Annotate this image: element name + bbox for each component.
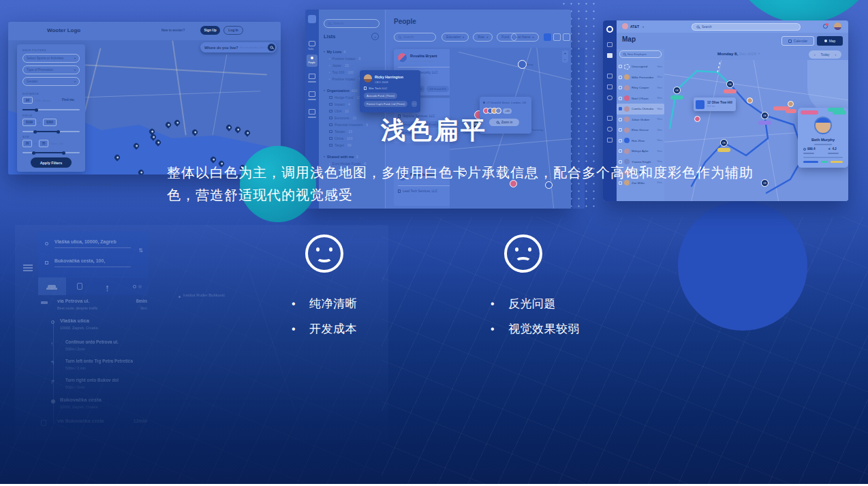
hamburger-menu-icon[interactable] (23, 264, 33, 266)
more-avatars-badge[interactable]: +33 (503, 108, 512, 114)
employee-row[interactable]: Melvyn Ayler9hrs (617, 146, 664, 157)
user-avatar[interactable] (834, 22, 841, 30)
next-day-icon[interactable]: › (835, 53, 836, 57)
tab-cycling[interactable] (121, 277, 149, 295)
tab-walking[interactable] (93, 277, 121, 295)
route-marker[interactable]: OK (726, 80, 734, 88)
employee-search-input[interactable]: New Employee (619, 50, 662, 58)
swap-route-icon[interactable]: ⇅ (138, 247, 143, 254)
checkbox[interactable] (619, 181, 622, 185)
time-badge-teal (670, 95, 683, 100)
directions-map[interactable]: Institut Ruđer Bošković (151, 225, 388, 457)
map-avatar-pin-blue[interactable] (545, 181, 553, 189)
search-button[interactable] (268, 44, 275, 51)
footer-link[interactable]: Blog (223, 182, 230, 186)
people-search-input[interactable]: Search (394, 33, 436, 42)
footer-link[interactable]: About (208, 182, 218, 186)
tab-driving[interactable] (38, 277, 66, 295)
add-list-button[interactable]: + (371, 33, 379, 40)
companies-icon[interactable] (309, 74, 315, 79)
popup-fund-tag[interactable]: Forrest Cap'n Fund, Ltd (Three) (364, 101, 407, 107)
person-role: Research Analyst (410, 59, 433, 63)
poi-dot (179, 296, 181, 298)
checkbox[interactable] (619, 160, 622, 164)
end-sub: 10000, Zagreb, Croatia (60, 405, 97, 410)
person-marker[interactable] (747, 97, 753, 104)
blue-circle-bottom (678, 201, 807, 331)
checkbox[interactable] (619, 76, 622, 79)
log-in-button[interactable]: Log In (223, 26, 243, 35)
find-me-link[interactable]: Find me. (62, 98, 75, 102)
destination-input[interactable]: Bukovačka cesta, 100, (55, 258, 105, 264)
route-marker[interactable]: OK (761, 179, 769, 187)
checkbox[interactable] (619, 97, 622, 100)
calendar-view-button[interactable]: Calendar (781, 36, 814, 46)
bell-icon[interactable] (823, 24, 828, 29)
checkbox[interactable] (619, 86, 622, 89)
route-marker[interactable]: OK (673, 87, 681, 94)
employee-row[interactable]: Millie Fernandez9hrs (617, 72, 664, 83)
filter-dropdown[interactable]: Select Sports or Activities▾ (22, 54, 80, 63)
popup-more-button[interactable]: ··· (412, 101, 417, 107)
docs-icon[interactable] (607, 85, 613, 89)
inbox-icon[interactable] (607, 74, 613, 78)
employee-row[interactable]: Noel O'Kean9hrs (617, 93, 664, 104)
avatar (624, 106, 630, 112)
fund-tag[interactable]: US Fund 471 (427, 86, 449, 92)
calendar-icon[interactable] (309, 91, 315, 97)
distance-value-box[interactable]: 96 (22, 97, 33, 104)
today-control[interactable]: ‹Today› (809, 50, 841, 59)
filter-dropdown[interactable]: Gender▾ (22, 77, 80, 86)
building-icon (398, 189, 401, 193)
wooter-map[interactable]: Where do you live? You can provide a Zip… (8, 40, 281, 174)
list-item[interactable]: ▸Japan23 (324, 62, 382, 69)
list-section-header[interactable]: ▾Shared with me3 (324, 153, 382, 160)
calendar-icon[interactable] (607, 53, 613, 58)
tab-transit[interactable] (66, 277, 94, 295)
chevron-down-icon[interactable]: ▾ (758, 52, 760, 56)
lists-search-input[interactable]: Search (324, 19, 379, 28)
apply-filters-button[interactable]: Apply Filters (31, 157, 72, 168)
filter-pill[interactable]: Role▾ (473, 33, 493, 42)
sign-up-button[interactable]: Sign Up (200, 26, 220, 35)
employee-row[interactable]: Unassigned9hrs (617, 61, 664, 72)
list-name-pill[interactable]: List Name▾ (511, 33, 539, 42)
person-popup-card[interactable]: Ricky Harrington CEO 2009 She Tech LLC A… (360, 70, 420, 112)
sad-face-icon (504, 234, 542, 273)
employee-name: Melvyn Ayler (632, 149, 655, 153)
employee-row[interactable]: Camila Chimako9hrs (617, 104, 664, 115)
prev-day-icon[interactable]: ‹ (814, 53, 816, 57)
analytics-icon[interactable] (309, 109, 315, 115)
distance-slider[interactable] (22, 109, 80, 110)
filter-dropdown[interactable]: Type of Promotion▾ (22, 65, 80, 74)
list-item[interactable]: ▸Positive Impact9 (324, 55, 382, 62)
where-search-bar[interactable]: Where do you live? You can provide a Zip… (200, 42, 277, 52)
checkbox[interactable] (619, 65, 622, 68)
org-name[interactable]: AT&T (630, 25, 639, 29)
filters-header: MAIN FILTERS (22, 48, 46, 52)
info-icon[interactable] (607, 95, 613, 100)
filter-pill[interactable]: Education▾ (441, 33, 469, 42)
progress-bar-blue (803, 161, 818, 163)
map-view-toggle[interactable] (544, 33, 551, 41)
home-icon[interactable] (607, 42, 613, 47)
list-section-header[interactable]: ▾My Lists4 (324, 48, 382, 55)
age-slider[interactable] (22, 152, 80, 153)
slide-title: 浅色扁平 (0, 115, 868, 145)
tasks-icon[interactable] (309, 41, 315, 46)
map-view-button[interactable]: Map (817, 36, 843, 46)
sidebar-item-tasks[interactable]: Tasks (308, 48, 313, 50)
sidebar-item-people[interactable]: People (307, 55, 317, 67)
global-search-input[interactable]: Search (692, 23, 801, 31)
grid-view-toggle[interactable] (553, 33, 561, 41)
checkbox[interactable] (619, 149, 622, 153)
map-zoom-controls[interactable]: +− (562, 50, 568, 63)
list-view-toggle[interactable] (563, 33, 570, 41)
employee-row[interactable]: Riley Cooper9hrs (617, 82, 664, 93)
employee-time: 9hrs (657, 76, 662, 78)
employee-name: Yvonne Knight (632, 160, 655, 164)
origin-input[interactable]: Vlaška ulica, 10000, Zagreb (55, 239, 117, 245)
map-avatar-pin-blue[interactable] (518, 60, 527, 69)
checkbox[interactable] (619, 107, 622, 110)
popup-fund-tag[interactable]: Avocado Fund, (Three) (364, 93, 397, 99)
